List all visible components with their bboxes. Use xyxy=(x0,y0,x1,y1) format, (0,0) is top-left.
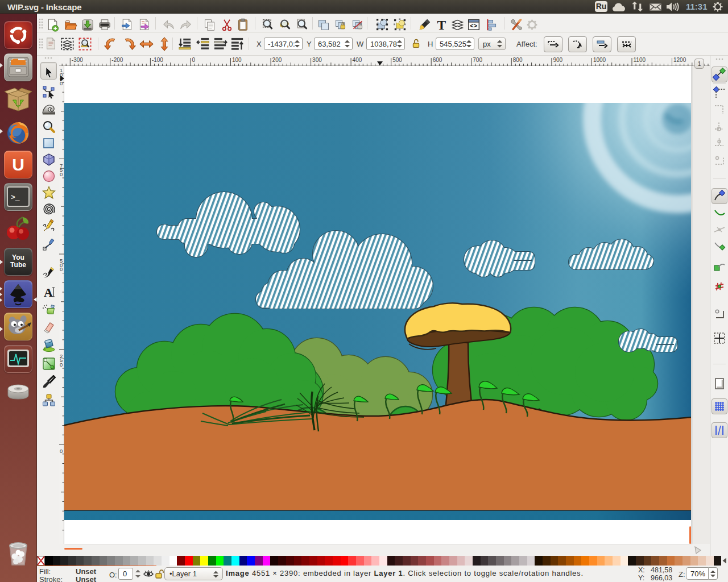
svg-text:0: 0 xyxy=(60,266,63,272)
svg-text:900: 900 xyxy=(553,57,562,63)
svg-text:1200: 1200 xyxy=(673,57,686,63)
svg-text:0: 0 xyxy=(60,448,63,454)
svg-text:600: 600 xyxy=(433,57,442,63)
svg-text:>_: >_ xyxy=(11,193,20,202)
svg-text:100: 100 xyxy=(232,57,242,63)
svg-text:A: A xyxy=(44,285,53,299)
svg-text:1000: 1000 xyxy=(593,57,606,63)
svg-text:T: T xyxy=(437,18,446,31)
svg-text:1100: 1100 xyxy=(634,57,646,63)
svg-text:-100: -100 xyxy=(152,57,163,63)
svg-text:0: 0 xyxy=(60,171,63,177)
svg-text:0: 0 xyxy=(60,80,63,86)
svg-text:0: 0 xyxy=(60,361,63,368)
svg-text:-200: -200 xyxy=(111,57,123,63)
svg-text:300: 300 xyxy=(312,57,322,63)
svg-text:<>: <> xyxy=(470,22,477,29)
svg-text:-300: -300 xyxy=(72,57,83,63)
svg-text:700: 700 xyxy=(473,57,482,63)
svg-text:200: 200 xyxy=(272,57,282,63)
svg-text:800: 800 xyxy=(513,57,523,63)
svg-text:0: 0 xyxy=(192,57,195,63)
svg-text:500: 500 xyxy=(392,57,402,63)
svg-text:400: 400 xyxy=(353,57,362,63)
